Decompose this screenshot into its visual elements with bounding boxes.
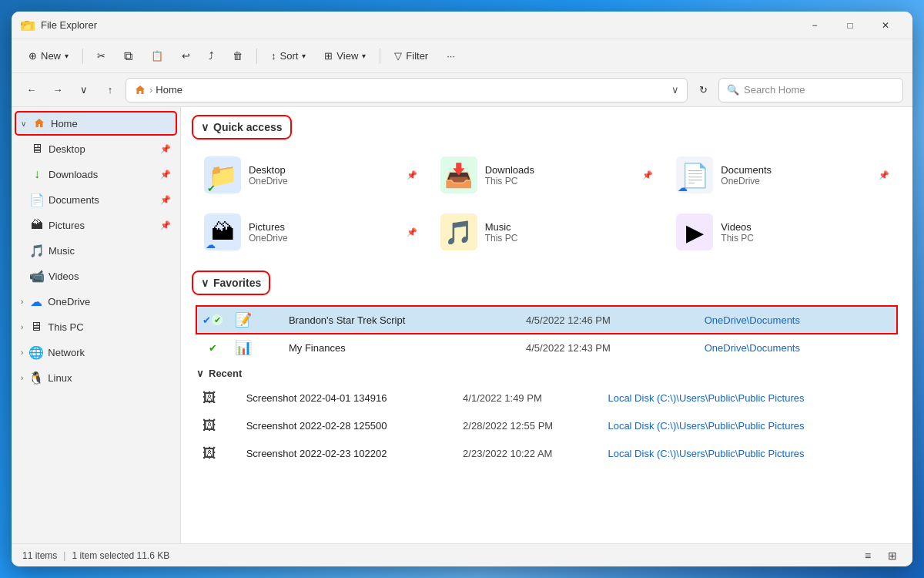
title-bar: 📁 File Explorer − □ ✕: [12, 12, 912, 39]
sidebar-item-downloads[interactable]: ↓ Downloads 📌: [15, 162, 177, 187]
paste-button[interactable]: 📋: [143, 44, 171, 69]
quick-access-label: Quick access: [213, 121, 283, 133]
address-dropdown-icon[interactable]: ∨: [671, 84, 679, 96]
recent-2-name: Screenshot 2022-02-28 125500: [240, 412, 457, 439]
qa-item-music[interactable]: 🎵 Music This PC: [433, 207, 661, 257]
documents-icon: 📄: [30, 193, 44, 207]
close-button[interactable]: ✕: [868, 13, 903, 38]
path-home-label: Home: [156, 84, 182, 96]
status-separator: |: [63, 550, 65, 561]
desktop-icon: 🖥: [30, 142, 44, 156]
qa-music-name: Music: [485, 221, 654, 233]
cut-icon: ✂: [97, 50, 105, 62]
toolbar: ⊕ New ▾ ✂ ⧉ 📋 ↩ ⤴ 🗑 ↕ Sort ▾ ⊞: [12, 39, 912, 73]
recent-row-3[interactable]: 🖼 Screenshot 2022-02-23 102202 2/23/2022…: [196, 439, 897, 467]
documents-label: Documents: [49, 194, 99, 206]
address-field[interactable]: › Home ∨: [126, 78, 688, 102]
file-explorer-window: 📁 File Explorer − □ ✕ ⊕ New ▾ ✂ ⧉ 📋 ↩: [12, 12, 912, 566]
qa-downloads-sub: This PC: [485, 176, 635, 187]
sidebar-item-documents[interactable]: 📄 Documents 📌: [15, 187, 177, 212]
desktop-pin-icon: 📌: [160, 144, 171, 154]
qa-downloads-name: Downloads: [485, 164, 635, 176]
toolbar-separator-1: [82, 49, 83, 64]
network-icon: 🌐: [29, 345, 43, 359]
maximize-button[interactable]: □: [832, 13, 868, 38]
sidebar-item-pictures[interactable]: 🏔 Pictures 📌: [15, 213, 177, 237]
qa-pictures-pin: 📌: [407, 227, 417, 237]
filter-button[interactable]: ▽ Filter: [387, 44, 436, 69]
music-icon: 🎵: [30, 244, 44, 257]
window-title: File Explorer: [41, 19, 797, 31]
qa-desktop-pin: 📌: [407, 170, 417, 180]
downloads-icon: ↓: [30, 167, 44, 181]
cut-button[interactable]: ✂: [89, 44, 113, 69]
forward-button[interactable]: →: [47, 79, 69, 101]
main-content: ∨ Home 🖥 Desktop 📌 ↓ Downloads 📌: [12, 107, 912, 543]
delete-button[interactable]: 🗑: [225, 44, 250, 69]
rename-button[interactable]: ↩: [174, 44, 198, 69]
qa-item-pictures[interactable]: 🏔 ☁ Pictures OneDrive 📌: [196, 207, 425, 257]
recent-3-date: 2/23/2022 10:22 AM: [457, 439, 601, 467]
view-button[interactable]: ⊞ View ▾: [316, 44, 373, 69]
sidebar-item-videos[interactable]: 📹 Videos: [15, 264, 177, 288]
sidebar-item-home[interactable]: ∨ Home: [15, 111, 177, 136]
fav-finances-date: 4/5/2022 12:43 PM: [520, 334, 698, 361]
svg-text:📁: 📁: [22, 22, 32, 32]
share-button[interactable]: ⤴: [201, 44, 222, 69]
quick-access-header[interactable]: ∨ Quick access: [196, 119, 287, 135]
recent-1-icon: 🖼: [196, 384, 223, 412]
delete-icon: 🗑: [233, 50, 243, 62]
copy-button[interactable]: ⧉: [116, 44, 140, 69]
qa-item-downloads[interactable]: 📥 Downloads This PC 📌: [433, 150, 661, 200]
refresh-button[interactable]: ↻: [692, 79, 714, 101]
downloads-label: Downloads: [49, 169, 98, 180]
pictures-label: Pictures: [49, 220, 85, 231]
recent-collapse-icon: ∨: [196, 368, 204, 379]
recent-2-date: 2/28/2022 12:55 PM: [457, 412, 601, 439]
list-view-button[interactable]: ≡: [859, 546, 877, 565]
linux-label: Linux: [48, 372, 72, 384]
fav-finances-name: My Finances: [283, 334, 520, 361]
recent-row-1[interactable]: 🖼 Screenshot 2022-04-01 134916 4/1/2022 …: [196, 384, 897, 412]
sidebar-item-thispc[interactable]: › 🖥 This PC: [15, 314, 177, 339]
sidebar-item-network[interactable]: › 🌐 Network: [15, 340, 177, 365]
qa-downloads-icon: 📥: [440, 156, 477, 193]
favorites-header[interactable]: ∨ Favorites: [196, 275, 266, 291]
view-icon: ⊞: [324, 50, 333, 62]
onedrive-label: OneDrive: [48, 296, 90, 307]
dropdown-history-button[interactable]: ∨: [73, 79, 95, 101]
qa-item-documents[interactable]: 📄 ☁ Documents OneDrive 📌: [668, 150, 897, 200]
recent-2-location: Local Disk (C:\)\Users\Public\Public Pic…: [601, 412, 897, 439]
onedrive-icon: ☁: [29, 294, 43, 308]
recent-1-date: 4/1/2022 1:49 PM: [457, 384, 601, 412]
sidebar-item-linux[interactable]: › 🐧 Linux: [15, 365, 177, 390]
recent-row-2[interactable]: 🖼 Screenshot 2022-02-28 125500 2/28/2022…: [196, 412, 897, 439]
search-box[interactable]: 🔍 Search Home: [718, 78, 903, 102]
view-dropdown-icon: ▾: [362, 52, 366, 60]
back-button[interactable]: ←: [21, 79, 42, 101]
grid-view-button[interactable]: ⊞: [883, 546, 902, 565]
sidebar-item-music[interactable]: 🎵 Music: [15, 238, 177, 263]
onedrive-expand-icon: ›: [21, 297, 23, 306]
up-button[interactable]: ↑: [99, 79, 121, 101]
recent-header[interactable]: ∨ Recent: [196, 368, 897, 379]
documents-pin-icon: 📌: [160, 195, 171, 205]
fav-row-startrek[interactable]: ✔ ✔ 📝 Brandon's Star Trek Script 4/5/202…: [196, 306, 897, 334]
sidebar-item-desktop[interactable]: 🖥 Desktop 📌: [15, 136, 177, 161]
qa-item-desktop[interactable]: 📁 ✔ Desktop OneDrive 📌: [196, 150, 425, 200]
qa-documents-pin: 📌: [879, 170, 889, 180]
qa-videos-icon: ▶: [676, 213, 713, 250]
recent-1-icon2: [223, 384, 240, 412]
fav-row-finances[interactable]: ✔ 📊 My Finances 4/5/2022 12:43 PM OneDri…: [196, 334, 897, 361]
qa-pictures-info: Pictures OneDrive: [249, 221, 399, 244]
more-button[interactable]: ···: [439, 44, 463, 69]
network-expand-icon: ›: [21, 348, 23, 357]
linux-icon: 🐧: [29, 371, 43, 385]
home-path-icon: [134, 84, 146, 96]
new-icon: ⊕: [28, 50, 37, 62]
minimize-button[interactable]: −: [797, 13, 832, 38]
sort-button[interactable]: ↕ Sort ▾: [263, 44, 313, 69]
new-button[interactable]: ⊕ New ▾: [21, 44, 76, 69]
qa-item-videos[interactable]: ▶ Videos This PC: [668, 207, 897, 257]
sidebar-item-onedrive[interactable]: › ☁ OneDrive: [15, 289, 177, 314]
